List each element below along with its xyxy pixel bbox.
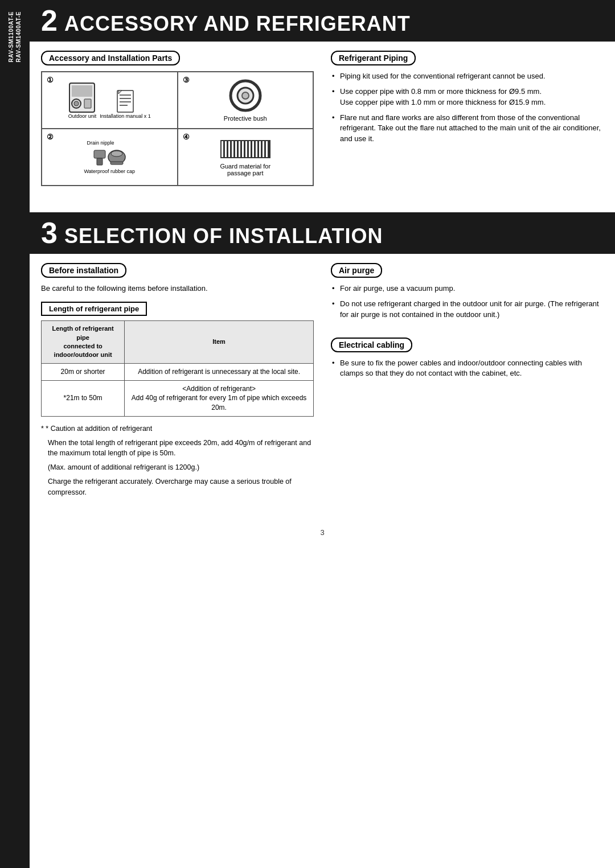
accessory-column: Accessory and Installation Parts ① — [41, 51, 314, 186]
air-purge-bullet-2: Do not use refrigerant charged in the ou… — [331, 299, 604, 320]
air-purge-block: Air purge For air purge, use a vacuum pu… — [331, 263, 604, 320]
manual-icon-group: Installation manual x 1 — [100, 89, 151, 119]
cell-num-4: ④ — [183, 133, 190, 141]
outdoor-unit-label: Outdoor unit — [68, 113, 97, 119]
outdoor-unit-svg — [68, 82, 96, 113]
electrical-title: Electrical cabling — [331, 338, 412, 352]
refrigerant-title: Refrigerant Piping — [331, 51, 416, 65]
air-purge-bullets: For air purge, use a vacuum pump. Do not… — [331, 283, 604, 320]
pipe-table-col2-header: Item — [125, 321, 314, 364]
caution-text-2: (Max. amount of additional refrigerant i… — [41, 462, 314, 473]
svg-rect-14 — [94, 150, 105, 158]
section3-number: 3 — [41, 218, 58, 248]
before-install-title: Before installation — [41, 263, 126, 278]
before-install-intro: Be careful to the following items before… — [41, 283, 314, 294]
pipe-row2-col1: *21m to 50m — [42, 380, 125, 416]
svg-rect-18 — [110, 162, 123, 164]
page-number: 3 — [30, 517, 615, 542]
caution-text-1: When the total length of refrigerant pip… — [41, 438, 314, 459]
cell-num-1: ① — [47, 76, 54, 84]
sidebar: RAV-SM1100AT-E RAV-SM1400AT-E — [0, 0, 30, 868]
section3-header: 3 SELECTION OF INSTALLATION — [30, 212, 615, 254]
bush-label: Protective bush — [224, 115, 267, 122]
pipe-table-row-1: 20m or shorter Addition of refrigerant i… — [42, 363, 314, 380]
cell-1-inner: Outdoor unit — [68, 77, 151, 124]
svg-rect-15 — [97, 158, 102, 165]
cell-2-inner: Drain nipple Waterproof rubber cap — [84, 134, 135, 180]
air-purge-title: Air purge — [331, 263, 382, 278]
refrigerant-column: Refrigerant Piping Piping kit used for t… — [331, 51, 604, 186]
svg-point-13 — [242, 92, 249, 99]
parts-cell-1: ① O — [42, 72, 178, 129]
accessory-title: Accessory and Installation Parts — [41, 51, 180, 65]
section2-body: Accessory and Installation Parts ① — [30, 42, 615, 195]
bush-svg — [228, 79, 263, 113]
electrical-bullets: Be sure to fix the power cables and indo… — [331, 358, 604, 380]
caution-text-3: Charge the refrigerant accurately. Overc… — [41, 476, 314, 498]
manual-label: Installation manual x 1 — [100, 113, 151, 119]
parts-grid: ① O — [41, 71, 314, 186]
cell-num-3: ③ — [183, 76, 190, 84]
outdoor-unit-icon-group: Outdoor unit — [68, 82, 97, 119]
section2-title: ACCESSORY AND REFRIGERANT — [64, 12, 411, 36]
section2-header: 2 ACCESSORY AND REFRIGERANT — [30, 0, 615, 42]
pipe-section-title: Length of refrigerant pipe — [41, 302, 147, 316]
main-content: 2 ACCESSORY AND REFRIGERANT Accessory an… — [30, 0, 615, 542]
section2-number: 2 — [41, 6, 58, 35]
before-install-block: Before installation Be careful to the fo… — [41, 263, 314, 497]
before-install-column: Before installation Be careful to the fo… — [41, 263, 314, 508]
refrigerant-bullet-1: Piping kit used for the conventional ref… — [331, 71, 604, 82]
svg-rect-21 — [221, 141, 270, 158]
manual-svg — [116, 89, 134, 113]
parts-cell-4: ④ Guard material forpassage part — [178, 129, 314, 186]
pipe-row2-col2: <Addition of refrigerant>Add 40g of refr… — [125, 380, 314, 416]
electrical-block: Electrical cabling Be sure to fix the po… — [331, 338, 604, 380]
drain-nipple-label: Drain nipple — [87, 140, 114, 146]
refrigerant-bullet-3: Flare nut and flare works are also diffe… — [331, 113, 604, 145]
cell-4-inner: Guard material forpassage part — [220, 134, 271, 180]
pipe-row1-col1: 20m or shorter — [42, 363, 125, 380]
refrigerant-bullet-2: Use copper pipe with 0.8 mm or more thic… — [331, 87, 604, 108]
pipe-table-row-2: *21m to 50m <Addition of refrigerant>Add… — [42, 380, 314, 416]
svg-point-17 — [111, 151, 122, 157]
cell-1-icons: Outdoor unit — [68, 82, 151, 119]
svg-rect-4 — [84, 99, 91, 108]
cell-num-2: ② — [47, 133, 54, 141]
pipe-table-col1-header: Length of refrigerant pipeconnected toin… — [42, 321, 125, 364]
pipe-table: Length of refrigerant pipeconnected toin… — [41, 320, 314, 417]
pipe-table-header-row: Length of refrigerant pipeconnected toin… — [42, 321, 314, 364]
section3-body: Before installation Be careful to the fo… — [30, 254, 615, 517]
air-purge-bullet-1: For air purge, use a vacuum pump. — [331, 283, 604, 294]
sidebar-model-text: RAV-SM1100AT-E RAV-SM1400AT-E — [7, 11, 22, 62]
svg-point-3 — [74, 101, 79, 106]
svg-rect-5 — [117, 90, 133, 112]
caution-header: * * Caution at addition of refrigerant — [41, 423, 314, 434]
waterproof-label: Waterproof rubber cap — [84, 168, 135, 174]
parts-cell-3: ③ Protective bush — [178, 72, 314, 129]
drain-icon-group: Drain nipple Waterproof rubber cap — [84, 140, 135, 174]
electrical-bullet-1: Be sure to fix the power cables and indo… — [331, 358, 604, 380]
svg-rect-1 — [72, 85, 92, 97]
refrigerant-bullets: Piping kit used for the conventional ref… — [331, 71, 604, 145]
pipe-row1-col2: Addition of refrigerant is unnecessary a… — [125, 363, 314, 380]
guard-svg — [220, 138, 271, 161]
guard-label: Guard material forpassage part — [220, 163, 270, 176]
cell-3-inner: Protective bush — [224, 77, 267, 124]
drain-svg — [91, 146, 128, 168]
section3-title: SELECTION OF INSTALLATION — [64, 224, 383, 248]
parts-cell-2: ② Drain nipple — [42, 129, 178, 186]
right-section: Air purge For air purge, use a vacuum pu… — [331, 263, 604, 508]
